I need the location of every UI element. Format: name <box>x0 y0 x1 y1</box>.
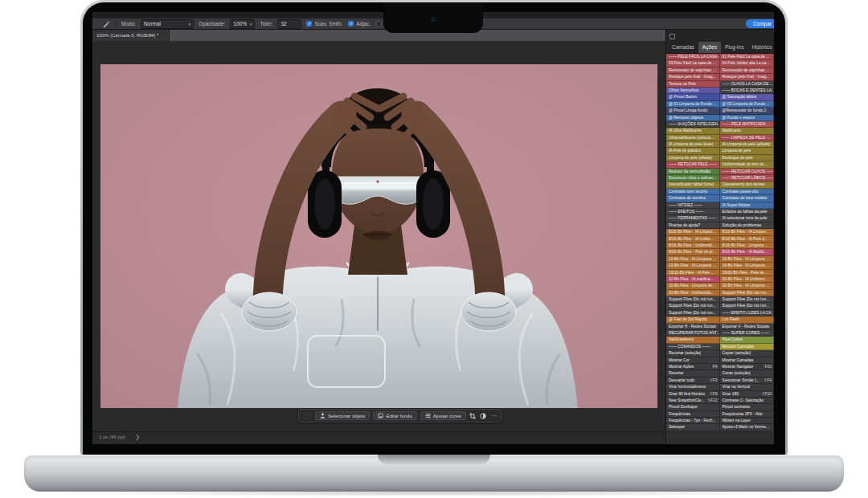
action-item[interactable]: IA Limpeza de pele (afiada) <box>720 141 775 148</box>
action-item[interactable]: Contraste passe-alto <box>720 189 775 195</box>
share-button[interactable]: Compar <box>746 19 774 28</box>
action-item[interactable]: Limpeza de pele (afiada) <box>666 155 720 161</box>
action-item[interactable]: Support Files (Do not run... <box>666 303 720 309</box>
action-item[interactable]: Precisa de ajuda? <box>666 222 720 229</box>
action-item[interactable]: @ 02 Limpeza de Fundo ... <box>720 101 775 108</box>
action-item[interactable]: 32-Bit Files - Limpeza de... <box>666 283 720 289</box>
action-item[interactable]: Virar na Vertical <box>720 384 775 390</box>
action-item[interactable]: 8/16-Bit Files - IA Matific... <box>720 249 775 255</box>
crop-icon[interactable] <box>469 412 477 419</box>
action-item[interactable]: IA Limpeza de pele (leve) <box>666 141 720 148</box>
action-item[interactable]: 8/16-Bit Files - Pele de pl... <box>666 249 720 255</box>
adjust-colors-button[interactable]: Ajustar cores <box>420 411 466 420</box>
action-item[interactable]: Limpeza de pele <box>720 148 775 154</box>
action-item[interactable]: Pincel contraste <box>720 404 775 410</box>
panel-collapse-icon[interactable] <box>669 34 675 39</box>
action-item[interactable]: —— COMANDOS —— <box>666 344 720 350</box>
action-item[interactable]: Support Files (Do not run... <box>666 296 720 303</box>
action-item[interactable]: —— PELE FÁCIL LA CASA ... <box>666 54 720 60</box>
action-item[interactable]: @ Saturação lábios <box>720 94 775 100</box>
contrast-icon[interactable] <box>480 412 487 419</box>
action-item[interactable]: 32-Bit Files - Uniformida... <box>666 290 720 296</box>
document-tab[interactable]: 100% (Camada 0, RGB/8#) * <box>92 30 170 41</box>
action-item[interactable]: Mostrar AçõesF9 <box>666 364 720 370</box>
action-item[interactable]: Contraste sem recorte <box>666 189 720 195</box>
more-options-icon[interactable]: ⋯ <box>490 412 497 419</box>
tolerance-input[interactable]: 32 <box>277 19 301 29</box>
action-item[interactable]: Descartar tudo⇧F3 <box>666 378 720 384</box>
action-item[interactable]: RECUPERAR FOTOS ANT... <box>666 330 720 337</box>
action-item[interactable]: Cortar (seleção) <box>720 370 775 377</box>
action-item[interactable]: Frequências 2PX - Alto <box>720 411 775 418</box>
action-item[interactable]: Retoque pele final - Imag... <box>666 74 720 80</box>
action-item[interactable]: 8/16-Bit Files - Limpeza ... <box>720 243 775 249</box>
action-item[interactable]: 16-Bit Files - IA Limpeza ... <box>720 263 775 269</box>
checkbox-unchecked-icon[interactable] <box>376 21 382 27</box>
action-item[interactable]: —— EFEITOS —— <box>666 209 720 215</box>
action-item[interactable]: 8/16-Bit Files - IA Pele d... <box>720 236 775 243</box>
action-item[interactable]: Enfatize as falhas da pele <box>720 209 775 215</box>
panel-tab-ações[interactable]: Ações <box>698 42 721 53</box>
action-item[interactable]: @ 01 Limpeza de Fundo ... <box>666 101 720 108</box>
mode-dropdown[interactable]: Normal ▾ <box>141 19 194 29</box>
action-item[interactable]: —— FERRAMENTAS —— <box>666 215 720 222</box>
action-item[interactable]: 32-Bit Files - IA Uniformi... <box>720 276 775 283</box>
canvas-area[interactable]: ⋮⋮ Selecionar objeto <box>92 41 665 444</box>
option-checkbox[interactable]: Suav. Smth. <box>306 21 342 27</box>
action-item[interactable]: Contraste C- Saturação <box>720 398 775 404</box>
action-item[interactable]: Nitidez na Layer <box>720 418 775 424</box>
action-item[interactable]: NatStrawberry <box>666 337 720 343</box>
action-item[interactable]: IA Super Nitidez <box>720 202 775 209</box>
action-item[interactable]: Support Files (Do not run... <box>720 303 775 309</box>
checkbox-checked-icon[interactable] <box>348 21 354 27</box>
action-item[interactable]: IA Pele de plástico <box>666 148 720 154</box>
action-item[interactable]: Ajuste+3 Matiz no Verme... <box>720 424 775 431</box>
action-item[interactable]: 8/16-Bit Files - IA Limpez... <box>666 229 720 235</box>
action-item[interactable]: @ Pincel Limpa-fundo <box>666 108 720 114</box>
action-item[interactable]: Frequências - 7px - Fech... <box>666 418 720 424</box>
action-item[interactable]: Copiar (seleção) <box>720 350 775 357</box>
action-item[interactable]: Solução de problemas <box>720 222 775 229</box>
action-item[interactable]: Ultramatificante (selecio... <box>666 135 720 141</box>
action-item[interactable]: Luz Flash <box>720 316 775 323</box>
checkbox-checked-icon[interactable] <box>306 21 312 27</box>
action-item[interactable]: Removedor de espinhas ... <box>666 67 720 74</box>
select-subject-button[interactable]: Selecionar objeto <box>315 411 370 420</box>
chevron-right-icon[interactable]: ❯ <box>135 434 140 440</box>
action-item[interactable]: Recortar (seleção) <box>666 350 720 357</box>
option-checkbox[interactable]: Adjac. <box>348 21 371 27</box>
action-item[interactable]: Textura na Pele <box>666 81 720 88</box>
action-item[interactable]: Support Files (Do not run... <box>720 290 775 296</box>
action-item[interactable]: Retoque pele final - Imag... <box>720 74 775 80</box>
action-item[interactable]: —— SUPER CORES —— <box>720 330 775 337</box>
action-item[interactable]: Frequências <box>666 411 720 418</box>
action-item[interactable]: Contraste de tons médios <box>720 195 775 202</box>
action-item[interactable]: —— LIMPEZA DE PELE -... <box>720 135 775 141</box>
panel-tab-histórico[interactable]: Histórico <box>747 42 774 53</box>
action-item[interactable]: Contraste de sombra <box>666 195 720 202</box>
panel-tab-plug-ins[interactable]: Plug-ins <box>721 42 747 53</box>
action-item[interactable]: 16-Bit Files - IA Limpeza ... <box>720 256 775 263</box>
action-item[interactable]: Desfoque de pele <box>720 155 775 161</box>
action-item[interactable]: 8/16-Bit Files - IA Unifor... <box>666 236 720 243</box>
action-item[interactable]: New Snapshot/Cle...⇧F12 <box>666 398 720 404</box>
action-item[interactable]: 16/32-Bit Files - IA Pele ... <box>666 270 720 276</box>
action-item[interactable]: 04 Pele nitidez alta La ca... <box>720 60 775 67</box>
action-item[interactable]: —— EFEITO LUZES LA CA... <box>720 310 775 316</box>
action-item[interactable]: Exportar H - Redes Sociais <box>666 324 720 330</box>
action-item[interactable]: Uniformidade do tom de ... <box>720 161 775 168</box>
action-item[interactable]: Redutor de vermelhidão <box>666 169 720 175</box>
action-item[interactable]: @ Remover objetos <box>666 115 720 121</box>
action-item[interactable]: —— PELE MATIFICADA ... <box>720 121 775 128</box>
opacity-dropdown[interactable]: 100% ▾ <box>230 19 255 29</box>
action-item[interactable]: @ Pincel Batom <box>666 94 720 100</box>
action-item[interactable]: IA Ultra Matificante <box>666 128 720 134</box>
action-item[interactable]: 32-Bit Files - IA matifica... <box>666 276 720 283</box>
action-item[interactable]: Support Files (Do not run... <box>666 310 720 316</box>
drag-handle-icon[interactable]: ⋮⋮ <box>303 413 311 419</box>
edit-background-button[interactable]: Editar fundo <box>373 411 416 420</box>
action-item[interactable]: Girar 180⇧F10 <box>720 391 775 398</box>
action-item[interactable]: 32-Bit Files - IA Limpeza ... <box>720 283 775 289</box>
action-item[interactable]: @ Flair de Sol Rápido <box>666 316 720 323</box>
action-item[interactable]: Mostrar Camadas <box>720 357 775 364</box>
